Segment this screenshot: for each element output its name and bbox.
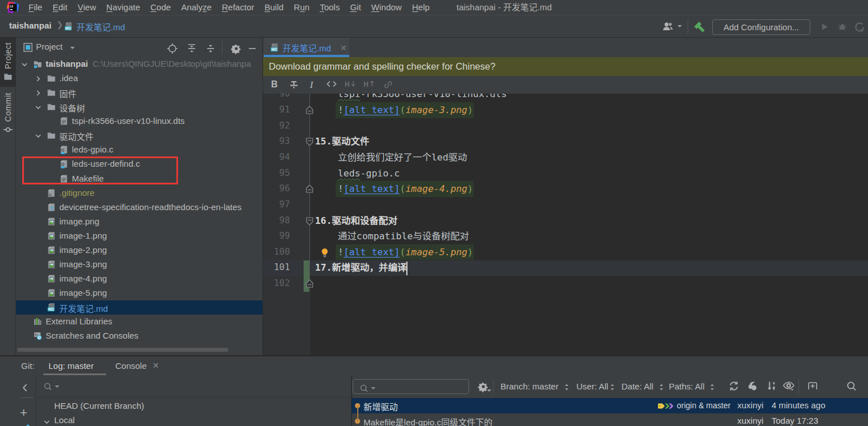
- file-image-icon: [47, 274, 56, 283]
- edit-icon[interactable]: [22, 424, 31, 426]
- code-segment: (: [400, 105, 406, 115]
- horizontal-scrollbar[interactable]: [17, 348, 228, 352]
- tree-item-image-3.png[interactable]: image-3.png: [16, 258, 263, 272]
- menu-analyze[interactable]: Analyze: [176, 0, 216, 15]
- md-bold-button[interactable]: B: [271, 79, 278, 90]
- chevron-down-icon[interactable]: [34, 131, 43, 140]
- tree-item-_[interactable]: 驱动文件: [16, 128, 263, 143]
- commit-row[interactable]: Makefile是led-gpio.c同级文件下的xuxinyiToday 17…: [352, 413, 868, 426]
- refresh-icon[interactable]: [728, 380, 740, 392]
- tab-console[interactable]: Console: [115, 361, 147, 371]
- intention-bulb-icon[interactable]: [321, 248, 329, 258]
- tree-item-Scratches_and_Consoles[interactable]: Scratches and Consoles: [16, 329, 263, 343]
- log-search-icon[interactable]: [846, 380, 857, 392]
- tree-item-image.png[interactable]: image.png: [16, 215, 263, 229]
- hide-panel-icon[interactable]: [247, 43, 258, 54]
- menu-window[interactable]: Window: [366, 0, 407, 15]
- tab-log-master[interactable]: Log: master: [49, 361, 94, 371]
- branch-search-icon[interactable]: [43, 381, 60, 392]
- cherry-pick-icon[interactable]: [747, 380, 758, 392]
- tab-close-icon[interactable]: ✕: [340, 43, 347, 53]
- chevron-down-icon[interactable]: [42, 417, 51, 426]
- menu-run[interactable]: Run: [289, 0, 315, 15]
- tree-item-image-4.png[interactable]: image-4.png: [16, 272, 263, 286]
- tree-item-_.md[interactable]: MD开发笔记.md: [16, 300, 263, 315]
- git-branches-panel: HEAD (Current Branch)Local: [36, 376, 350, 426]
- menu-help[interactable]: Help: [407, 0, 435, 15]
- tree-item-image-2.png[interactable]: image-2.png: [16, 243, 263, 258]
- menu-build[interactable]: Build: [259, 0, 288, 15]
- users-icon[interactable]: [661, 21, 683, 31]
- branch-head[interactable]: HEAD (Current Branch): [54, 401, 144, 411]
- filter-date[interactable]: Date: All: [621, 381, 653, 391]
- view-options-icon[interactable]: [782, 380, 796, 392]
- intelli-sort-icon[interactable]: [766, 380, 777, 392]
- fold-down-icon[interactable]: [306, 217, 313, 226]
- back-icon[interactable]: [21, 383, 30, 393]
- commit-search-input[interactable]: [353, 379, 469, 394]
- md-header-up-button[interactable]: H: [364, 79, 376, 89]
- stripe-button-project[interactable]: Project: [0, 38, 15, 87]
- console-close-icon[interactable]: ✕: [152, 361, 159, 370]
- menu-git[interactable]: Git: [345, 0, 366, 15]
- menu-refactor[interactable]: Refactor: [217, 0, 260, 15]
- settings-icon[interactable]: [231, 43, 242, 54]
- chevron-right-icon[interactable]: [34, 89, 43, 98]
- tree-item-image-5.png[interactable]: image-5.png: [16, 286, 263, 300]
- line-number: 95: [263, 166, 290, 182]
- tree-item-tspi-rk3566-user-v10-linux.dts[interactable]: tspi-rk3566-user-v10-linux.dts: [16, 114, 263, 128]
- tree-item-devicetree-specification-readthedocs-io-en-lates[interactable]: ?devicetree-specification-readthedocs-io…: [16, 200, 263, 215]
- project-dropdown-icon[interactable]: [70, 46, 75, 50]
- notification-banner[interactable]: Download grammar and spelling checker fo…: [263, 57, 868, 76]
- breadcrumb-project[interactable]: taishanpai: [9, 21, 51, 30]
- menu-tools[interactable]: Tools: [314, 0, 345, 15]
- menu-view[interactable]: View: [72, 0, 101, 15]
- commit-row[interactable]: 新增驱动origin & masterxuxinyi4 minutes ago: [352, 398, 868, 413]
- tree-item-taishanpai[interactable]: taishanpaiC:\Users\QINGJUE\Desktop\git\t…: [16, 57, 263, 71]
- tree-item-External_Libraries[interactable]: External Libraries: [16, 315, 263, 329]
- filter-paths[interactable]: Paths: All: [669, 381, 705, 391]
- stripe-button-commit[interactable]: Commit: [0, 90, 15, 143]
- menu-code[interactable]: Code: [146, 0, 176, 15]
- filter-branch[interactable]: Branch: master: [500, 381, 559, 391]
- chevron-right-icon[interactable]: [34, 74, 43, 83]
- fold-down-icon[interactable]: [306, 138, 313, 146]
- tree-item-_[interactable]: 固件: [16, 86, 263, 100]
- filter-user[interactable]: User: All: [576, 381, 608, 391]
- fold-up-icon[interactable]: [306, 184, 313, 193]
- fold-up-icon[interactable]: [306, 106, 313, 114]
- tree-item-_[interactable]: 设备树: [16, 100, 263, 114]
- profiler-button-icon[interactable]: [854, 22, 865, 32]
- code-segment: [alt text]: [344, 247, 400, 258]
- editor-content[interactable]: 90tspi-rk3566-user-v10-linux.dts91![alt …: [263, 94, 868, 355]
- md-header-down-button[interactable]: H: [345, 79, 357, 89]
- tree-item-leds-gpio.c[interactable]: leds-gpio.c: [16, 143, 263, 157]
- add-icon[interactable]: +: [20, 405, 27, 420]
- md-link-button[interactable]: [382, 79, 394, 90]
- tree-item-image-1.png[interactable]: image-1.png: [16, 229, 263, 243]
- md-code-button[interactable]: [326, 79, 337, 89]
- project-panel-title[interactable]: Project: [36, 42, 63, 51]
- md-strikethrough-button[interactable]: [289, 79, 299, 90]
- tree-item-.gitignore[interactable]: .gitignore: [16, 186, 263, 200]
- expand-collapse-icon[interactable]: [186, 43, 197, 54]
- tree-item-.idea[interactable]: .idea: [16, 71, 263, 86]
- md-italic-button[interactable]: I: [310, 79, 313, 91]
- menu-navigate[interactable]: Navigate: [101, 0, 145, 15]
- collapse-all-icon[interactable]: [205, 43, 216, 54]
- breadcrumb-file[interactable]: 开发笔记.md: [76, 21, 125, 33]
- add-configuration-button[interactable]: Add Configuration...: [712, 19, 810, 35]
- chevron-down-icon[interactable]: [20, 60, 29, 69]
- menu-edit[interactable]: Edit: [47, 0, 72, 15]
- code-text: 17.新增驱动，并编译: [315, 260, 407, 276]
- debug-button-icon[interactable]: [837, 22, 847, 32]
- menu-file[interactable]: File: [23, 0, 47, 15]
- fold-up-icon[interactable]: [306, 279, 313, 288]
- branch-local[interactable]: Local: [54, 415, 75, 425]
- chevron-down-icon[interactable]: [34, 103, 43, 112]
- build-hammer-icon[interactable]: [693, 21, 706, 33]
- go-to-hash-icon[interactable]: [806, 380, 820, 392]
- log-settings-gear-icon[interactable]: [478, 381, 489, 392]
- locate-file-icon[interactable]: [167, 43, 178, 54]
- run-button-icon[interactable]: [820, 22, 829, 31]
